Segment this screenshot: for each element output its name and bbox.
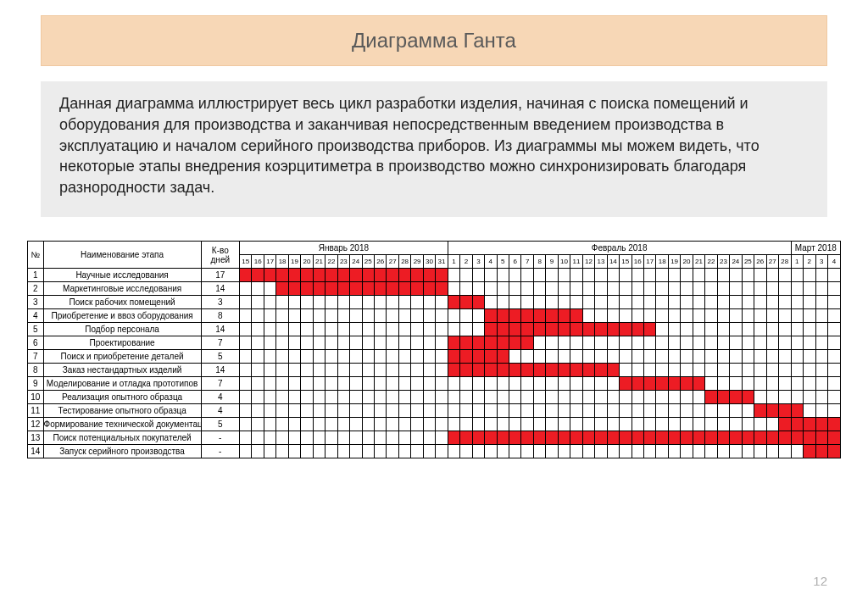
gantt-cell	[804, 296, 815, 309]
gantt-cell	[460, 431, 472, 445]
gantt-cell	[326, 350, 337, 364]
gantt-cell	[423, 282, 435, 296]
gantt-cell	[827, 404, 840, 418]
gantt-cell	[582, 364, 594, 377]
gantt-cell	[521, 350, 533, 364]
day-header: 23	[337, 255, 349, 269]
gantt-cell	[362, 296, 374, 309]
gantt-cell	[240, 350, 252, 364]
gantt-cell	[791, 336, 803, 350]
gantt-cell	[778, 269, 791, 282]
gantt-cell	[375, 296, 387, 309]
gantt-cell	[252, 350, 264, 364]
gantt-cell	[632, 336, 643, 350]
gantt-cell	[607, 323, 619, 336]
gantt-cell	[387, 418, 398, 431]
gantt-cell	[791, 418, 803, 431]
gantt-cell	[350, 282, 362, 296]
gantt-cell	[766, 377, 778, 391]
gantt-cell	[815, 418, 827, 431]
gantt-cell	[362, 336, 374, 350]
gantt-cell	[754, 431, 766, 445]
gantt-cell	[485, 418, 497, 431]
gantt-cell	[472, 364, 484, 377]
gantt-cell	[730, 323, 742, 336]
gantt-cell	[791, 282, 803, 296]
gantt-cell	[815, 431, 827, 445]
gantt-cell	[582, 350, 594, 364]
gantt-cell	[620, 336, 632, 350]
gantt-cell	[240, 404, 252, 418]
gantt-cell	[264, 309, 275, 323]
gantt-cell	[521, 336, 533, 350]
gantt-cell	[693, 418, 704, 431]
gantt-cell	[472, 336, 484, 350]
gantt-cell	[791, 364, 803, 377]
gantt-cell	[276, 282, 288, 296]
gantt-cell	[362, 309, 374, 323]
gantt-cell	[252, 418, 264, 431]
gantt-cell	[582, 269, 594, 282]
gantt-cell	[337, 269, 349, 282]
gantt-cell	[754, 445, 766, 458]
gantt-cell	[485, 431, 497, 445]
gantt-cell	[497, 309, 509, 323]
gantt-cell	[754, 323, 766, 336]
gantt-cell	[301, 377, 313, 391]
gantt-cell	[497, 296, 509, 309]
gantt-cell	[387, 296, 398, 309]
gantt-cell	[485, 391, 497, 404]
gantt-cell	[546, 269, 558, 282]
gantt-cell	[570, 404, 582, 418]
gantt-cell	[276, 404, 288, 418]
gantt-cell	[497, 336, 509, 350]
gantt-cell	[350, 350, 362, 364]
gantt-cell	[387, 350, 398, 364]
gantt-cell	[497, 418, 509, 431]
gantt-cell	[301, 296, 313, 309]
gantt-cell	[717, 282, 729, 296]
gantt-cell	[804, 269, 815, 282]
gantt-cell	[656, 350, 668, 364]
gantt-cell	[326, 391, 337, 404]
gantt-cell	[607, 350, 619, 364]
month-header: Март 2018	[791, 242, 840, 255]
gantt-cell	[643, 282, 655, 296]
gantt-cell	[668, 431, 680, 445]
row-name: Научные исследования	[43, 269, 201, 282]
col-name: Наименование этапа	[43, 242, 201, 269]
gantt-cell	[827, 323, 840, 336]
gantt-cell	[558, 364, 570, 377]
gantt-cell	[804, 445, 815, 458]
gantt-cell	[411, 269, 423, 282]
gantt-cell	[558, 391, 570, 404]
day-header: 30	[423, 255, 435, 269]
gantt-cell	[791, 269, 803, 282]
gantt-cell	[509, 445, 521, 458]
gantt-cell	[582, 431, 594, 445]
month-header: Февраль 2018	[448, 242, 791, 255]
gantt-cell	[521, 445, 533, 458]
gantt-cell	[558, 296, 570, 309]
gantt-cell	[693, 296, 704, 309]
gantt-cell	[240, 323, 252, 336]
gantt-cell	[472, 269, 484, 282]
row-days: 4	[201, 391, 239, 404]
gantt-cell	[607, 445, 619, 458]
gantt-cell	[643, 377, 655, 391]
day-header: 21	[693, 255, 704, 269]
gantt-cell	[521, 309, 533, 323]
gantt-cell	[827, 296, 840, 309]
row-no: 8	[28, 364, 44, 377]
gantt-cell	[582, 309, 594, 323]
row-days: 8	[201, 309, 239, 323]
gantt-cell	[509, 269, 521, 282]
gantt-cell	[656, 296, 668, 309]
gantt-cell	[448, 282, 459, 296]
description-box: Данная диаграмма иллюстрирует весь цикл …	[41, 81, 827, 217]
row-name: Поиск потенциальных покупателей	[43, 431, 201, 445]
gantt-cell	[326, 364, 337, 377]
gantt-cell	[668, 336, 680, 350]
gantt-cell	[693, 323, 704, 336]
gantt-cell	[705, 377, 717, 391]
